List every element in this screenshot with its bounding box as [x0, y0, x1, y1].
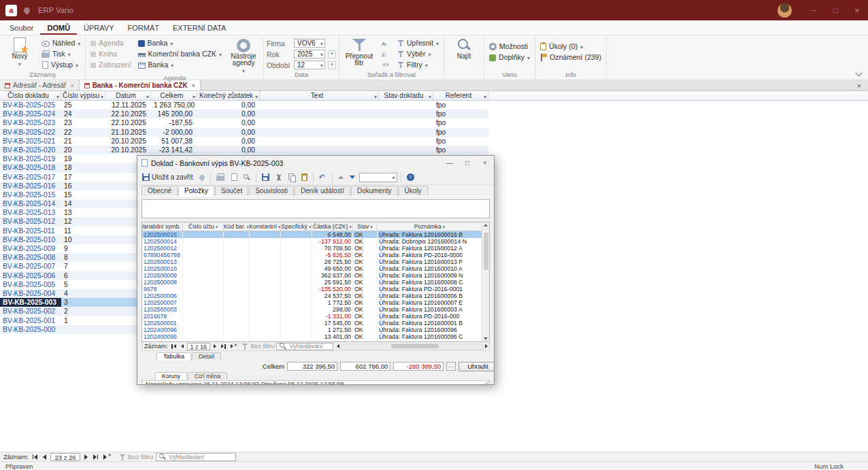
dialog-tab[interactable]: Součet: [215, 186, 248, 196]
grid-cell[interactable]: 1202500003: [142, 306, 183, 313]
table-cell[interactable]: BV-KB-2025-023: [0, 118, 61, 127]
next-record-button[interactable]: [212, 344, 218, 348]
scroll-up-icon[interactable]: [484, 224, 488, 226]
rok-increment-button[interactable]: [328, 50, 336, 58]
table-cell[interactable]: BV-KB-2025-016: [0, 182, 61, 190]
grid-cell[interactable]: [183, 313, 224, 320]
dialog-tab[interactable]: Dokumenty: [351, 186, 398, 196]
table-row[interactable]: BV-KB-2025-0242422.10.2025145 200,000,00…: [0, 110, 488, 118]
table-cell[interactable]: 23: [61, 118, 105, 127]
grid-cell[interactable]: 49 650,00: [312, 265, 353, 272]
vertical-scrollbar[interactable]: [482, 222, 489, 341]
menu-item[interactable]: ÚPRAVY: [77, 22, 120, 35]
filter-state-button[interactable]: Bez filtru: [119, 453, 153, 460]
table-row[interactable]: BV-KB-2025-0202020.10.2025-23 141,420,00…: [0, 146, 488, 154]
table-cell[interactable]: 20.10.2025: [105, 146, 151, 154]
search-button[interactable]: [241, 173, 252, 182]
column-header[interactable]: Číslo výpisu: [61, 91, 105, 100]
table-cell[interactable]: 1 263 750,00: [151, 101, 197, 110]
grid-cell[interactable]: [353, 340, 378, 342]
grid-cell[interactable]: [281, 340, 312, 342]
grid-cell[interactable]: Úhrada: Faktura PD-2016-0000: [378, 252, 482, 258]
table-cell[interactable]: 0,00: [197, 137, 260, 146]
grid-cell[interactable]: [281, 258, 312, 265]
table-cell[interactable]: 1: [61, 316, 105, 325]
paste-button[interactable]: [299, 173, 310, 182]
grid-cell[interactable]: [250, 286, 281, 292]
table-cell[interactable]: 24: [61, 110, 105, 118]
grid-cell[interactable]: OK: [353, 272, 378, 279]
document-tab[interactable]: Adresář - Adresář×: [0, 80, 80, 90]
column-header[interactable]: Specifický: [281, 222, 312, 231]
filter-dropdown-icon[interactable]: [349, 223, 352, 230]
next-record-button[interactable]: [83, 454, 89, 460]
table-cell[interactable]: -2 000,00: [151, 128, 197, 137]
grid-cell[interactable]: 13 401,00: [312, 333, 353, 340]
table-cell[interactable]: 12.11.2025: [105, 101, 151, 110]
table-cell[interactable]: BV-KB-2025-009: [0, 244, 61, 253]
grid-cell[interactable]: [250, 238, 281, 245]
grid-cell[interactable]: [224, 272, 250, 279]
table-cell[interactable]: 0,00: [197, 128, 260, 137]
grid-cell[interactable]: 1202500008: [142, 279, 183, 286]
table-cell[interactable]: 21.10.2025: [105, 128, 151, 137]
grid-cell[interactable]: OK: [353, 265, 378, 272]
new-button[interactable]: Nový: [3, 36, 37, 70]
filter-dropdown-icon[interactable]: [255, 93, 258, 100]
move-down-button[interactable]: [348, 175, 357, 180]
grid-cell[interactable]: 6 548,00: [312, 231, 353, 238]
grid-cell[interactable]: [250, 258, 281, 265]
notifications-button[interactable]: Oznámení (239): [538, 52, 603, 62]
table-cell[interactable]: 14: [61, 199, 105, 208]
grid-cell[interactable]: OK: [353, 238, 378, 245]
grid-cell[interactable]: [183, 320, 224, 326]
table-cell[interactable]: 51 007,38: [151, 137, 197, 146]
grid-cell[interactable]: 2016678: [142, 313, 183, 320]
tasks-button[interactable]: Úkoly (0): [538, 41, 603, 51]
grid-row[interactable]: 120250001270 709,50OKÚhrada: Faktura 120…: [142, 245, 482, 252]
close-icon[interactable]: ×: [192, 82, 195, 89]
table-cell[interactable]: 22.10.2025: [105, 118, 151, 127]
table-cell[interactable]: BV-KB-2025-025: [0, 101, 61, 110]
table-cell[interactable]: BV-KB-2025-022: [0, 128, 61, 137]
grid-cell[interactable]: Úhrada: Faktura 1201600003 A: [378, 306, 482, 313]
menu-item[interactable]: DOMŮ: [40, 22, 77, 35]
grid-cell[interactable]: [224, 292, 250, 299]
table-cell[interactable]: BV-KB-2025-000: [0, 325, 61, 334]
table-cell[interactable]: 20: [61, 146, 105, 154]
print-preview-button[interactable]: [229, 173, 239, 182]
grid-cell[interactable]: Úhrada: Faktura PD-2016-0001: [378, 286, 482, 292]
maximize-button[interactable]: [824, 0, 846, 20]
table-cell[interactable]: 25: [61, 101, 105, 110]
grid-cell[interactable]: [183, 333, 224, 340]
table-cell[interactable]: 0,00: [197, 101, 260, 110]
table-cell[interactable]: BV-KB-2025-002: [0, 307, 61, 316]
table-cell[interactable]: [260, 137, 379, 146]
save-and-close-button[interactable]: Uložit a zavřít: [140, 173, 195, 182]
grid-cell[interactable]: Úhrada: Faktura 1201600010 A: [378, 265, 482, 272]
table-cell[interactable]: [379, 101, 433, 110]
grid-cell[interactable]: 1202500009: [142, 272, 183, 279]
dialog-title-bar[interactable]: Doklad - Bankovní výpis BV-KB-2025-003 —…: [137, 156, 494, 170]
grid-cell[interactable]: [281, 231, 312, 238]
filter-dropdown-icon[interactable]: [309, 223, 312, 230]
grid-cell[interactable]: [183, 245, 224, 252]
table-cell[interactable]: BV-KB-2025-008: [0, 253, 61, 262]
move-up-button[interactable]: [336, 175, 346, 180]
grid-cell[interactable]: 362 637,00: [312, 272, 353, 279]
grid-cell[interactable]: [224, 265, 250, 272]
table-cell[interactable]: 0,00: [197, 118, 260, 127]
print-button[interactable]: Tisk: [39, 49, 82, 58]
table-cell[interactable]: fpo: [433, 128, 488, 137]
sort-ascending-button[interactable]: [379, 38, 393, 48]
currency-tab[interactable]: Koruny: [155, 372, 187, 380]
filter-dropdown-icon[interactable]: [484, 93, 486, 100]
grid-cell[interactable]: 24 537,50: [312, 292, 353, 299]
table-cell[interactable]: 9: [61, 244, 105, 253]
grid-cell[interactable]: OK: [353, 299, 378, 306]
output-button[interactable]: Výstup: [39, 60, 82, 69]
table-cell[interactable]: 13: [61, 208, 105, 217]
table-cell[interactable]: 6: [61, 271, 105, 280]
grid-cell[interactable]: [183, 279, 224, 286]
column-header[interactable]: Konstantní: [250, 222, 281, 231]
